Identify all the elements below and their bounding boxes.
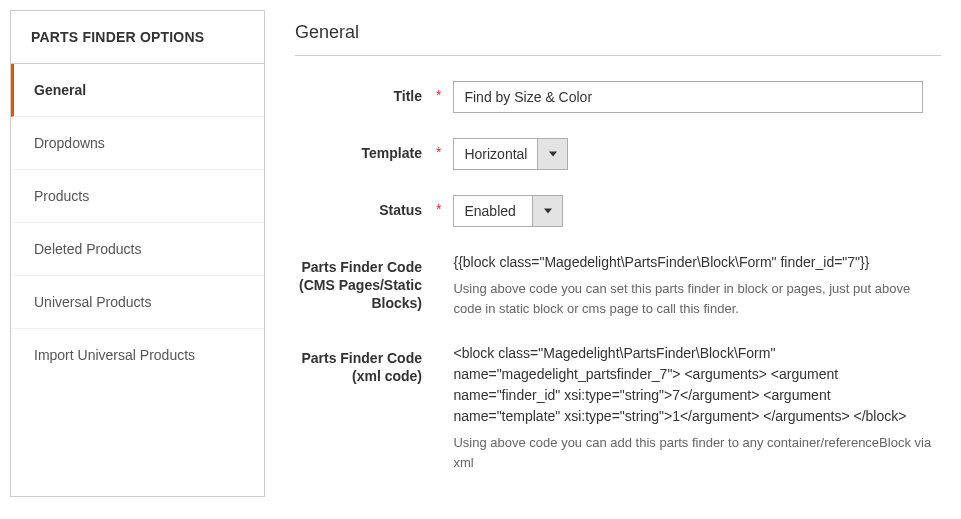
field-row-xml-code: Parts Finder Code (xml code) * <block cl… (295, 343, 941, 472)
cms-code-value: {{block class="Magedelight\PartsFinder\B… (453, 252, 941, 273)
sidebar-item-deleted-products[interactable]: Deleted Products (11, 223, 264, 276)
xml-code-value: <block class="Magedelight\PartsFinder\Bl… (453, 343, 941, 427)
section-title: General (295, 10, 941, 56)
status-select-button[interactable] (532, 196, 562, 226)
status-select-value: Enabled (454, 196, 532, 226)
sidebar-header: PARTS FINDER OPTIONS (11, 11, 264, 64)
field-row-cms-code: Parts Finder Code (CMS Pages/Static Bloc… (295, 252, 941, 318)
caret-down-icon (544, 207, 552, 215)
template-select-button[interactable] (537, 139, 567, 169)
sidebar-item-label: Universal Products (34, 294, 152, 310)
sidebar-item-label: General (34, 82, 86, 98)
field-row-template: Template * Horizontal (295, 138, 941, 170)
label-title: Title (393, 87, 422, 105)
label-xml-code: Parts Finder Code (xml code) (295, 349, 422, 385)
status-select[interactable]: Enabled (453, 195, 563, 227)
layout: PARTS FINDER OPTIONS General Dropdowns P… (10, 10, 951, 497)
sidebar-item-products[interactable]: Products (11, 170, 264, 223)
caret-down-icon (549, 150, 557, 158)
sidebar-item-import-universal-products[interactable]: Import Universal Products (11, 329, 264, 381)
svg-marker-1 (544, 209, 552, 214)
sidebar-item-label: Dropdowns (34, 135, 105, 151)
label-template: Template (362, 144, 422, 162)
cms-code-help: Using above code you can set this parts … (453, 279, 941, 318)
sidebar-item-dropdowns[interactable]: Dropdowns (11, 117, 264, 170)
svg-marker-0 (549, 152, 557, 157)
main-content: General Title * Template * Horizontal (295, 10, 951, 497)
field-row-title: Title * (295, 81, 941, 113)
label-cms-code: Parts Finder Code (CMS Pages/Static Bloc… (295, 258, 422, 313)
sidebar-item-general[interactable]: General (11, 64, 264, 117)
sidebar-item-label: Deleted Products (34, 241, 141, 257)
label-status: Status (379, 201, 422, 219)
template-select[interactable]: Horizontal (453, 138, 568, 170)
sidebar: PARTS FINDER OPTIONS General Dropdowns P… (10, 10, 265, 497)
template-select-value: Horizontal (454, 139, 537, 169)
field-row-status: Status * Enabled (295, 195, 941, 227)
xml-code-help: Using above code you can add this parts … (453, 433, 941, 472)
title-input[interactable] (453, 81, 923, 113)
sidebar-item-universal-products[interactable]: Universal Products (11, 276, 264, 329)
sidebar-item-label: Products (34, 188, 89, 204)
sidebar-item-label: Import Universal Products (34, 347, 195, 363)
